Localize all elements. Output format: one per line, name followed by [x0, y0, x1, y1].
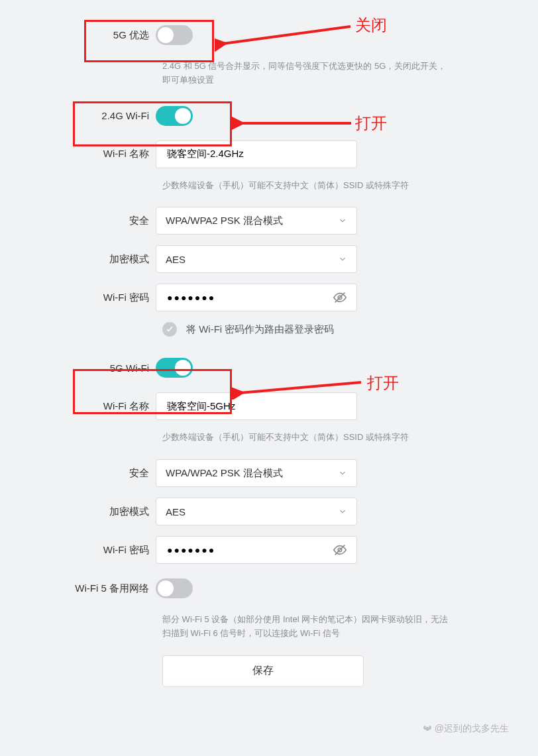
label-5g-prefer: 5G 优选	[40, 29, 156, 42]
label-24g-enable: 2.4G Wi-Fi	[40, 110, 156, 121]
input-5g-ssid-field[interactable]	[166, 400, 347, 413]
select-5g-security[interactable]: WPA/WPA2 PSK 混合模式	[156, 459, 357, 487]
label-5g-enable: 5G Wi-Fi	[40, 362, 156, 374]
row-24g-pwd: Wi-Fi 密码	[40, 284, 472, 311]
save-button[interactable]: 保存	[162, 655, 364, 687]
row-24g-enable: 2.4G Wi-Fi	[40, 102, 472, 130]
eye-show-icon[interactable]	[333, 290, 347, 305]
row-wifi5-backup: Wi-Fi 5 备用网络	[40, 574, 472, 602]
row-5g-cipher: 加密模式 AES	[40, 498, 472, 525]
label-wifi5-backup: Wi-Fi 5 备用网络	[40, 582, 156, 595]
row-5g-pwd: Wi-Fi 密码	[40, 536, 472, 564]
input-24g-pwd[interactable]	[156, 284, 357, 311]
row-5g-name: Wi-Fi 名称	[40, 392, 472, 420]
row-5g-prefer: 5G 优选	[40, 21, 472, 49]
checkbox-pwd-as-login[interactable]	[162, 322, 177, 337]
chevron-down-icon	[338, 468, 347, 478]
chevron-down-icon	[338, 216, 347, 225]
watermark: @迟到的戈多先生	[423, 723, 509, 735]
toggle-5g-wifi[interactable]	[156, 358, 193, 378]
input-5g-ssid[interactable]	[156, 392, 357, 420]
chevron-down-icon	[338, 507, 347, 516]
hint-24g-ssid: 少数终端设备（手机）可能不支持中文（简体）SSID 或特殊字符	[162, 179, 454, 193]
toggle-wifi5-backup[interactable]	[156, 578, 193, 598]
label-24g-name: Wi-Fi 名称	[40, 148, 156, 160]
input-5g-pwd[interactable]	[156, 536, 357, 564]
label-5g-pwd: Wi-Fi 密码	[40, 544, 156, 557]
label-24g-security: 安全	[40, 215, 156, 227]
label-5g-name: Wi-Fi 名称	[40, 400, 156, 413]
input-24g-ssid-field[interactable]	[166, 148, 347, 160]
hint-5g-ssid: 少数终端设备（手机）可能不支持中文（简体）SSID 或特殊字符	[162, 431, 454, 445]
row-5g-security: 安全 WPA/WPA2 PSK 混合模式	[40, 459, 472, 487]
select-24g-security[interactable]: WPA/WPA2 PSK 混合模式	[156, 207, 357, 235]
label-24g-cipher: 加密模式	[40, 253, 156, 266]
select-24g-cipher[interactable]: AES	[156, 245, 357, 273]
row-24g-name: Wi-Fi 名称	[40, 140, 472, 168]
toggle-5g-prefer[interactable]	[156, 25, 193, 45]
hint-5g-prefer: 2.4G 和 5G 信号合并显示，同等信号强度下优选更快的 5G，关闭此开关，即…	[162, 60, 454, 87]
row-pwd-as-login: 将 Wi-Fi 密码作为路由器登录密码	[162, 322, 472, 337]
eye-show-icon[interactable]	[333, 543, 347, 557]
select-24g-security-value: WPA/WPA2 PSK 混合模式	[166, 215, 283, 227]
save-button-label: 保存	[252, 664, 274, 678]
label-5g-cipher: 加密模式	[40, 506, 156, 518]
label-pwd-as-login: 将 Wi-Fi 密码作为路由器登录密码	[186, 323, 334, 336]
label-24g-pwd: Wi-Fi 密码	[40, 292, 156, 304]
select-5g-cipher[interactable]: AES	[156, 498, 357, 525]
row-24g-cipher: 加密模式 AES	[40, 245, 472, 273]
toggle-24g-wifi[interactable]	[156, 106, 193, 126]
row-24g-security: 安全 WPA/WPA2 PSK 混合模式	[40, 207, 472, 235]
input-24g-pwd-field[interactable]	[166, 292, 329, 303]
row-5g-enable: 5G Wi-Fi	[40, 354, 472, 382]
chevron-down-icon	[338, 254, 347, 264]
select-24g-cipher-value: AES	[166, 254, 186, 265]
select-5g-security-value: WPA/WPA2 PSK 混合模式	[166, 467, 283, 480]
hint-wifi5-backup: 部分 Wi-Fi 5 设备（如部分使用 Intel 网卡的笔记本）因网卡驱动较旧…	[162, 613, 454, 641]
input-5g-pwd-field[interactable]	[166, 544, 329, 556]
watermark-text: @迟到的戈多先生	[435, 723, 509, 735]
input-24g-ssid[interactable]	[156, 140, 357, 168]
label-5g-security: 安全	[40, 467, 156, 480]
select-5g-cipher-value: AES	[166, 506, 186, 517]
wifi-settings-form: 5G 优选 2.4G 和 5G 信号合并显示，同等信号强度下优选更快的 5G，关…	[0, 0, 538, 700]
